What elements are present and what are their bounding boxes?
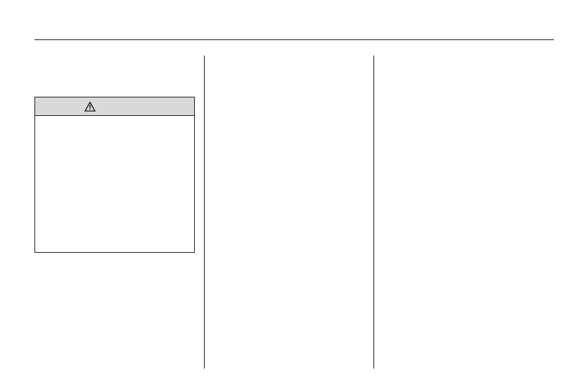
column-2-text: [205, 55, 374, 65]
svg-rect-1: [89, 105, 91, 108]
column-2: [204, 55, 374, 369]
column-3-text: [374, 55, 554, 65]
caution-body: [35, 116, 194, 126]
column-1-text: [35, 55, 204, 65]
svg-rect-2: [89, 108, 91, 110]
page: [0, 0, 588, 392]
caution-box: [35, 97, 195, 253]
top-rule: [35, 39, 554, 40]
column-3: [374, 55, 554, 369]
warning-icon: [84, 102, 96, 112]
caution-header: [35, 97, 194, 116]
